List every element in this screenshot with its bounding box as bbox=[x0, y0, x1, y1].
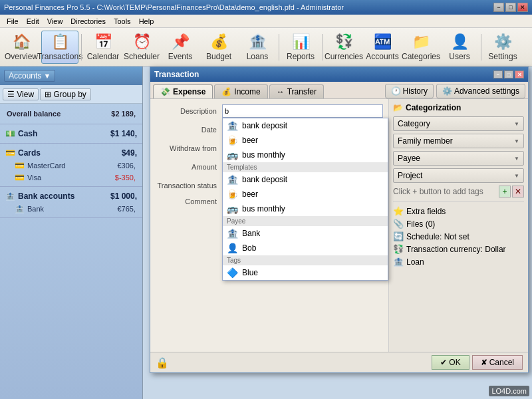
ok-checkmark-icon: ✔ bbox=[440, 358, 447, 367]
maximize-button[interactable]: □ bbox=[505, 3, 516, 12]
menu-directories[interactable]: Directories bbox=[66, 17, 110, 26]
footer-buttons: ✔ OK ✘ Cancel bbox=[432, 355, 523, 370]
add-tag-btn[interactable]: + bbox=[499, 186, 511, 198]
tab-income[interactable]: 💰 Income bbox=[214, 84, 267, 98]
currency-item[interactable]: 💱 Transaction currency: Dollar bbox=[393, 243, 524, 255]
tags-label: Click + button to add tags bbox=[393, 187, 497, 196]
ac-item-bus-tmpl[interactable]: 🚌 bus monthly bbox=[223, 201, 388, 216]
toolbar-categories[interactable]: 📁 Categories bbox=[402, 31, 440, 64]
family-member-btn[interactable]: Family member bbox=[393, 134, 524, 148]
history-button[interactable]: 🕐 History bbox=[385, 84, 434, 98]
content-area: Transaction − □ ✕ 💸 Expense 💰 Income bbox=[143, 66, 532, 399]
title-bar: Personal Finances Pro 5.5 - C:\Work\TEMP… bbox=[0, 0, 532, 15]
toolbar-overview[interactable]: 🏠 Overview bbox=[3, 31, 40, 64]
ac-item-blue-tag[interactable]: 🔷 Blue bbox=[223, 265, 388, 280]
loan-icon: 🏦 bbox=[393, 257, 404, 267]
bank-accounts-header[interactable]: 🏦 Bank accounts $1 000, bbox=[4, 190, 138, 203]
ok-label: OK bbox=[449, 358, 460, 367]
remove-tag-btn[interactable]: ✕ bbox=[512, 186, 524, 198]
tab-transfer[interactable]: ↔️ Transfer bbox=[269, 84, 324, 98]
menu-view[interactable]: View bbox=[43, 17, 67, 26]
menu-tools[interactable]: Tools bbox=[110, 17, 135, 26]
mastercard-item[interactable]: 💳 MasterCard €306, bbox=[4, 160, 138, 172]
menu-edit[interactable]: Edit bbox=[23, 17, 43, 26]
cash-group-header[interactable]: 💵 Cash $1 140, bbox=[4, 127, 138, 140]
payee-btn[interactable]: Payee bbox=[393, 151, 524, 166]
history-icon: 🕐 bbox=[391, 86, 401, 96]
loan-item[interactable]: 🏦 Loan bbox=[393, 255, 524, 268]
toolbar-budget[interactable]: 💰 Budget bbox=[200, 31, 237, 64]
project-btn[interactable]: Project bbox=[393, 168, 524, 183]
ac-item-bank-payee[interactable]: 🏦 Bank bbox=[223, 226, 388, 241]
visa-item[interactable]: 💳 Visa $-350, bbox=[4, 172, 138, 184]
toolbar-calendar-label: Calendar bbox=[87, 52, 120, 61]
dialog-title-text: Transaction bbox=[154, 70, 199, 79]
dialog-maximize-btn[interactable]: □ bbox=[504, 70, 513, 78]
toolbar-reports[interactable]: 📊 Reports bbox=[282, 31, 319, 64]
schedule-item[interactable]: 🔄 Schedule: Not set bbox=[393, 230, 524, 243]
income-tab-icon: 💰 bbox=[221, 87, 231, 96]
ac-item-label-beer-1: beer bbox=[242, 136, 258, 145]
transfer-tab-label: Transfer bbox=[287, 87, 317, 96]
cancel-button[interactable]: ✘ Cancel bbox=[472, 355, 523, 370]
watermark: LO4D.com bbox=[489, 386, 529, 396]
bank-accounts-amount: $1 000, bbox=[110, 192, 137, 201]
ac-item-bus-1[interactable]: 🚌 bus monthly bbox=[223, 148, 388, 162]
ac-item-beer-tmpl[interactable]: 🍺 beer bbox=[223, 187, 388, 201]
categorization-title: 📂 Categorization bbox=[393, 103, 524, 112]
toolbar-scheduler-label: Scheduler bbox=[124, 52, 160, 61]
dialog-tabs-left: 💸 Expense 💰 Income ↔️ Transfer bbox=[153, 84, 324, 98]
dialog-close-btn[interactable]: ✕ bbox=[515, 70, 524, 78]
advanced-settings-button[interactable]: ⚙️ Advanced settings bbox=[436, 84, 525, 98]
ac-item-label-bank-payee: Bank bbox=[242, 229, 260, 238]
toolbar-accounts[interactable]: 🏧 Accounts bbox=[364, 31, 401, 64]
adv-settings-label: Advanced settings bbox=[454, 86, 519, 96]
toolbar-scheduler[interactable]: ⏰ Scheduler bbox=[123, 31, 160, 64]
category-btn[interactable]: Category bbox=[393, 116, 524, 131]
dialog-body: Description 🏦 bank deposit 🍺 beer bbox=[150, 99, 528, 352]
events-icon: 📌 bbox=[172, 33, 190, 51]
bank-accounts-label: Bank accounts bbox=[18, 192, 74, 201]
view-label: ☰ View bbox=[7, 90, 34, 99]
menu-help[interactable]: Help bbox=[135, 17, 158, 26]
tab-expense[interactable]: 💸 Expense bbox=[153, 84, 213, 98]
toolbar-events[interactable]: 📌 Events bbox=[162, 31, 199, 64]
view-btn[interactable]: ☰ View bbox=[3, 88, 39, 100]
toolbar-users[interactable]: 👤 Users bbox=[441, 31, 478, 64]
categories-icon: 📁 bbox=[412, 33, 430, 51]
toolbar-sep-2 bbox=[279, 34, 279, 61]
cancel-x-icon: ✘ bbox=[481, 358, 487, 367]
cards-group-icon: 💳 bbox=[5, 148, 15, 158]
toolbar-calendar[interactable]: 📅 Calendar bbox=[84, 31, 122, 64]
extra-fields-label: Extra fields bbox=[406, 207, 446, 216]
toolbar-transactions[interactable]: 📋 Transactions bbox=[41, 31, 78, 64]
bank-item[interactable]: 🏦 Bank €765, bbox=[4, 203, 138, 215]
toolbar-currencies[interactable]: 💱 Currencies bbox=[325, 31, 362, 64]
toolbar-loans[interactable]: 🏦 Loans bbox=[239, 31, 276, 64]
dialog-title-bar: Transaction − □ ✕ bbox=[150, 67, 528, 82]
currency-label: Transaction currency: Dollar bbox=[406, 245, 506, 254]
ac-item-bank-deposit-tmpl[interactable]: 🏦 bank deposit bbox=[223, 172, 388, 187]
ac-item-bob-payee[interactable]: 👤 Bob bbox=[223, 241, 388, 255]
ac-item-beer-1[interactable]: 🍺 beer bbox=[223, 133, 388, 148]
minimize-button[interactable]: − bbox=[493, 3, 504, 12]
dialog-minimize-btn[interactable]: − bbox=[493, 70, 503, 78]
toolbar-settings-label: Settings bbox=[488, 52, 517, 61]
date-label: Date bbox=[156, 126, 222, 134]
toolbar-settings[interactable]: ⚙️ Settings bbox=[484, 31, 521, 64]
accounts-header-btn[interactable]: Accounts ▼ bbox=[4, 70, 55, 82]
close-button[interactable]: ✕ bbox=[517, 3, 528, 12]
toolbar-loans-label: Loans bbox=[247, 52, 269, 61]
extra-fields-item[interactable]: ⭐ Extra fields bbox=[393, 205, 524, 217]
toolbar-users-label: Users bbox=[449, 52, 469, 61]
toolbar-categories-label: Categories bbox=[402, 52, 440, 61]
menu-file[interactable]: File bbox=[3, 17, 23, 26]
mastercard-amount: €306, bbox=[117, 162, 136, 170]
files-item[interactable]: 📎 Files (0) bbox=[393, 217, 524, 230]
cards-group-header[interactable]: 💳 Cards $49, bbox=[4, 146, 138, 160]
ac-item-bank-deposit-1[interactable]: 🏦 bank deposit bbox=[223, 118, 388, 133]
groupby-btn[interactable]: ⊞ Group by bbox=[40, 88, 91, 100]
calendar-icon: 📅 bbox=[94, 33, 112, 51]
description-input[interactable] bbox=[222, 104, 383, 118]
ok-button[interactable]: ✔ OK bbox=[432, 355, 469, 370]
